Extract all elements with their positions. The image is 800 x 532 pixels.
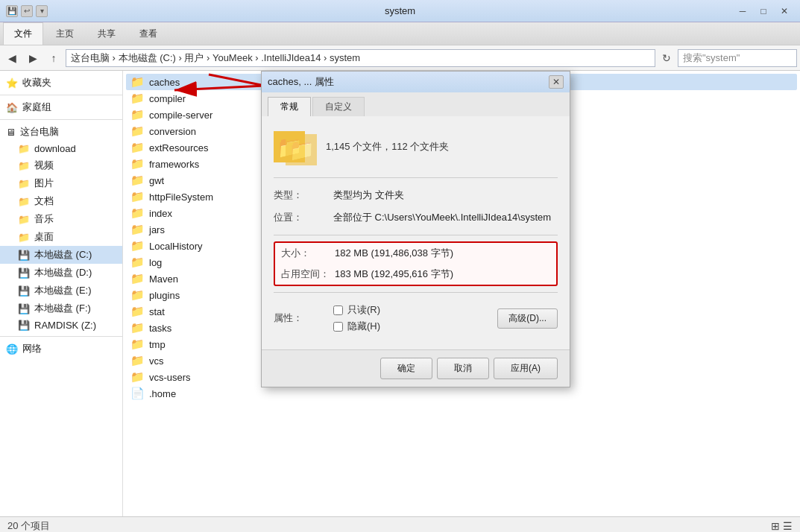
folder-icon: 📁	[130, 223, 145, 236]
sidebar-item-homegroup[interactable]: 🏠 家庭组	[0, 98, 122, 116]
sidebar-item-video[interactable]: 📁 视频	[0, 156, 122, 174]
search-placeholder: 搜索"system"	[683, 51, 740, 65]
dialog-location-row: 位置： 全部位于 C:\Users\YouMeek\.IntelliJIdea1…	[274, 206, 558, 229]
quick-access-menu[interactable]: ▾	[36, 5, 48, 17]
refresh-button[interactable]: ↻	[658, 50, 675, 66]
folder-icon: 📁	[130, 272, 145, 285]
dialog-close-button[interactable]: ✕	[549, 75, 564, 89]
properties-dialog[interactable]: caches, ... 属性 ✕ 常规 自定义 📁 📁 1,145 个文件，11…	[261, 71, 570, 387]
ribbon-tab-view[interactable]: 查看	[128, 22, 168, 45]
folder-icon: 📁	[130, 92, 145, 105]
computer-icon: 🖥	[6, 127, 16, 138]
dialog-titlebar: caches, ... 属性 ✕	[262, 72, 570, 92]
quick-access-save[interactable]: 💾	[6, 5, 18, 17]
addressbar: ◀ ▶ ↑ 这台电脑 › 本地磁盘 (C:) › 用户 › YouMeek › …	[0, 45, 800, 71]
dialog-divider-1	[274, 177, 558, 178]
folder-icon: 📁	[18, 178, 30, 189]
view-icon-details[interactable]: ☰	[783, 520, 793, 532]
folder-icon: 📁	[130, 321, 145, 335]
sidebar-divider-3	[0, 336, 122, 337]
sidebar-item-local-d[interactable]: 💾 本地磁盘 (D:)	[0, 264, 122, 282]
size-highlight-box: 大小： 182 MB (191,486,038 字节) 占用空间： 183 MB…	[274, 241, 558, 286]
forward-button[interactable]: ▶	[24, 49, 42, 67]
location-value: 全部位于 C:\Users\YouMeek\.IntelliJIdea14\sy…	[333, 211, 551, 224]
size-value: 182 MB (191,486,038 字节)	[335, 247, 453, 260]
folder-icon: 📁	[130, 256, 145, 269]
hidden-check[interactable]: 隐藏(H)	[333, 320, 380, 333]
view-icon-list[interactable]: ⊞	[771, 520, 780, 532]
dialog-divider-2	[274, 235, 558, 235]
quick-access-undo[interactable]: ↩	[21, 5, 33, 17]
ok-button[interactable]: 确定	[380, 358, 432, 379]
address-path[interactable]: 这台电脑 › 本地磁盘 (C:) › 用户 › YouMeek › .Intel…	[66, 49, 655, 67]
sidebar-divider-2	[0, 119, 122, 120]
up-button[interactable]: ↑	[45, 49, 63, 67]
dialog-tab-custom[interactable]: 自定义	[312, 97, 365, 116]
sidebar-item-local-f[interactable]: 💾 本地磁盘 (F:)	[0, 300, 122, 317]
minimize-button[interactable]: ─	[733, 4, 752, 19]
sidebar-item-local-c[interactable]: 💾 本地磁盘 (C:)	[0, 246, 122, 264]
home-icon: 🏠	[6, 102, 18, 113]
drive-icon: 💾	[18, 285, 30, 297]
sidebar: ⭐ 收藏夹 🏠 家庭组 🖥 这台电脑 📁 download 📁 视频 📁 图片 …	[0, 71, 123, 516]
dialog-tab-general[interactable]: 常规	[268, 97, 311, 116]
sidebar-divider-1	[0, 95, 122, 95]
folder-icon: 📁	[18, 232, 30, 243]
statusbar: 20 个项目 ⊞ ☰	[0, 516, 800, 532]
folder-icon: 📁	[130, 288, 145, 302]
folder-icon: 📁	[130, 206, 145, 220]
sidebar-item-ramdisk[interactable]: 💾 RAMDISK (Z:)	[0, 317, 122, 333]
folder-icon: 📁	[130, 305, 145, 318]
file-big-icon-2: 📁	[286, 134, 317, 165]
apply-button[interactable]: 应用(A)	[494, 358, 558, 379]
sidebar-item-docs[interactable]: 📁 文档	[0, 192, 122, 210]
folder-icon: 📁	[130, 108, 145, 121]
sidebar-item-pictures[interactable]: 📁 图片	[0, 174, 122, 192]
ribbon-tab-file[interactable]: 文件	[3, 22, 43, 45]
type-value: 类型均为 文件夹	[333, 189, 404, 202]
dialog-tabs: 常规 自定义	[262, 92, 570, 116]
search-box[interactable]: 搜索"system"	[678, 49, 797, 67]
type-label: 类型：	[274, 189, 333, 202]
maximize-button[interactable]: □	[754, 4, 773, 19]
file-item-home[interactable]: 📄 .home	[126, 385, 797, 402]
disk-row: 占用空间： 183 MB (192,495,616 字节)	[275, 264, 556, 285]
readonly-checkbox[interactable]	[333, 305, 343, 315]
file-icon: 📄	[130, 387, 145, 400]
attrs-label: 属性：	[274, 311, 333, 325]
network-icon: 🌐	[6, 343, 18, 355]
disk-label: 占用空间：	[281, 267, 335, 281]
drive-icon: 💾	[18, 303, 30, 314]
drive-icon: 💾	[18, 267, 30, 279]
folder-icon: 📁	[130, 157, 145, 171]
file-description: 1,145 个文件，112 个文件夹	[326, 140, 449, 153]
sidebar-item-network[interactable]: 🌐 网络	[0, 340, 122, 358]
close-button[interactable]: ✕	[775, 4, 794, 19]
disk-value: 183 MB (192,495,616 字节)	[335, 267, 453, 281]
sidebar-item-desktop[interactable]: 📁 桌面	[0, 228, 122, 246]
titlebar-icons: 💾 ↩ ▾	[6, 5, 48, 17]
sidebar-item-favorites[interactable]: ⭐ 收藏夹	[0, 74, 122, 92]
folder-icon: 📁	[18, 214, 30, 225]
star-icon: ⭐	[6, 77, 18, 89]
cancel-button[interactable]: 取消	[437, 358, 489, 379]
folder-icon: 📁	[130, 239, 145, 253]
ribbon: 文件 主页 共享 查看	[0, 22, 800, 45]
dialog-file-header: 📁 📁 1,145 个文件，112 个文件夹	[274, 128, 558, 165]
folder-icon: 📁	[130, 174, 145, 187]
ribbon-tab-home[interactable]: 主页	[45, 22, 85, 45]
status-count: 20 个项目	[7, 519, 50, 533]
dialog-footer: 确定 取消 应用(A)	[262, 349, 570, 387]
sidebar-item-local-e[interactable]: 💾 本地磁盘 (E:)	[0, 282, 122, 300]
readonly-check[interactable]: 只读(R)	[333, 303, 380, 317]
size-row: 大小： 182 MB (191,486,038 字节)	[275, 243, 556, 264]
back-button[interactable]: ◀	[3, 49, 21, 67]
ribbon-tabs: 文件 主页 共享 查看	[0, 22, 800, 45]
sidebar-item-thispc[interactable]: 🖥 这台电脑	[0, 123, 122, 141]
sidebar-item-music[interactable]: 📁 音乐	[0, 210, 122, 228]
ribbon-tab-share[interactable]: 共享	[86, 22, 127, 45]
path-text: 这台电脑 › 本地磁盘 (C:) › 用户 › YouMeek › .Intel…	[71, 51, 360, 65]
advanced-button[interactable]: 高级(D)...	[497, 308, 558, 329]
sidebar-item-download[interactable]: 📁 download	[0, 141, 122, 156]
hidden-checkbox[interactable]	[333, 322, 343, 332]
